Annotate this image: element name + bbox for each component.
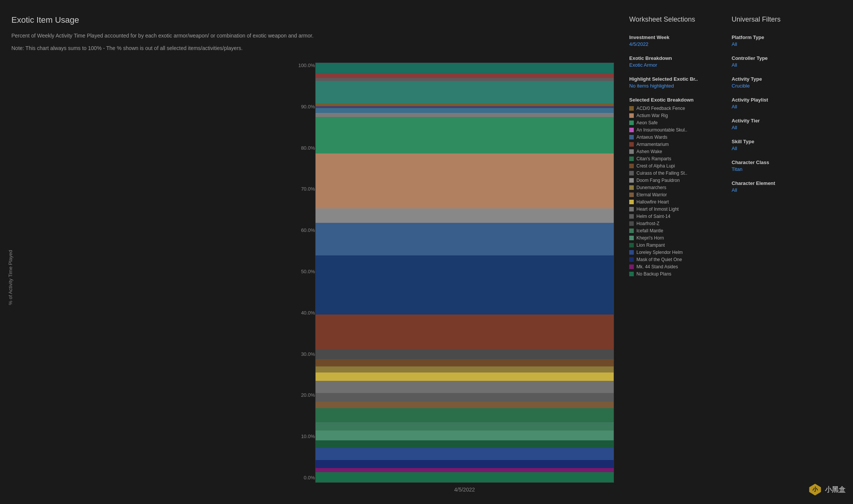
chart-container: % of Activity Time Played 100.0% 90.0% 8…: [11, 63, 614, 493]
legend-item-label: Dunemarchers: [636, 185, 666, 190]
filter-value: Crucible: [732, 83, 792, 89]
legend-item: Hoarfrost-Z: [629, 221, 716, 226]
watermark-text: 小黑盒: [825, 485, 845, 494]
y-axis-label: % of Activity Time Played: [8, 63, 16, 493]
legend-item-label: Loreley Splendor Helm: [636, 250, 683, 255]
filter-group: Activity PlaylistAll: [732, 97, 792, 110]
bar-segment: [316, 359, 614, 366]
filter-label: Platform Type: [732, 34, 792, 40]
chart-note: Note: This chart always sums to 100% - T…: [11, 45, 353, 51]
legend-item-label: Doom Fang Pauldron: [636, 178, 680, 183]
y-tick: 40.0%: [301, 310, 315, 316]
svg-text:小: 小: [812, 486, 818, 492]
legend-item-label: Hallowfire Heart: [636, 199, 669, 205]
bar-segment: [316, 472, 614, 482]
legend-item: ACD/0 Feedback Fence: [629, 106, 716, 111]
filter-group: Activity TypeCrucible: [732, 76, 792, 89]
legend-item-label: Mask of the Quiet One: [636, 257, 682, 262]
legend-item: Armamentarium: [629, 142, 716, 147]
bar-segment: [316, 73, 614, 78]
filter-value: All: [732, 104, 792, 110]
legend-item: Ashen Wake: [629, 149, 716, 154]
filter-label: Activity Tier: [732, 118, 792, 124]
filter-label: Activity Type: [732, 76, 792, 82]
stacked-bar: [315, 63, 614, 483]
legend-item-label: Actium War Rig: [636, 113, 668, 118]
legend-color-swatch: [629, 236, 634, 240]
legend-color-swatch: [629, 135, 634, 139]
exotic-breakdown-label: Exotic Breakdown: [629, 55, 716, 61]
legend-color-swatch: [629, 200, 634, 204]
legend-color-swatch: [629, 142, 634, 147]
legend-color-swatch: [629, 157, 634, 161]
highlight-exotic-group: Highlight Selected Exotic Br.. No items …: [629, 76, 716, 89]
legend-color-swatch: [629, 243, 634, 247]
legend-item-label: Khepri's Horn: [636, 235, 664, 241]
legend-item: Helm of Saint-14: [629, 214, 716, 219]
legend-color-swatch: [629, 121, 634, 125]
legend-item: Aeon Safe: [629, 120, 716, 125]
y-tick: 90.0%: [301, 104, 315, 110]
y-tick: 100.0%: [298, 63, 315, 68]
main-layout: Exotic Item Usage Percent of Weekly Acti…: [0, 0, 853, 504]
legend-item-label: ACD/0 Feedback Fence: [636, 106, 685, 111]
legend-item-label: Eternal Warrior: [636, 192, 667, 197]
legend-color-swatch: [629, 128, 634, 132]
legend-color-swatch: [629, 221, 634, 226]
y-tick: 0.0%: [304, 475, 315, 481]
worksheet-selections: Worksheet Selections Investment Week 4/5…: [622, 15, 724, 493]
filter-label: Controller Type: [732, 55, 792, 61]
worksheet-title: Worksheet Selections: [629, 15, 716, 24]
bar-segment: [316, 402, 614, 408]
legend-item: Eternal Warrior: [629, 192, 716, 197]
legend-item-label: Hoarfrost-Z: [636, 221, 660, 226]
legend-item: Icefall Mantle: [629, 228, 716, 233]
bar-segment: [316, 63, 614, 73]
legend-item: Hallowfire Heart: [629, 199, 716, 205]
legend-color-swatch: [629, 257, 634, 262]
legend-item-label: An Insurmountable Skul..: [636, 127, 687, 133]
legend-color-swatch: [629, 164, 634, 168]
legend-item: No Backup Plans: [629, 271, 716, 277]
legend-item: Khepri's Horn: [629, 235, 716, 241]
bar-segment: [316, 108, 614, 113]
watermark: 小 小黑盒: [808, 483, 845, 496]
legend-item: Mask of the Quiet One: [629, 257, 716, 262]
investment-week-value: 4/5/2022: [629, 41, 716, 47]
legend-color-swatch: [629, 149, 634, 154]
filter-group: Platform TypeAll: [732, 34, 792, 47]
filter-value: Titan: [732, 166, 792, 172]
legend-item-label: Ashen Wake: [636, 149, 662, 154]
filter-label: Character Class: [732, 160, 792, 165]
bar-segment: [316, 255, 614, 315]
bar-segment: [316, 440, 614, 448]
legend-item: Mk. 44 Stand Asides: [629, 264, 716, 269]
bar-segment: [316, 468, 614, 472]
bar-segment: [316, 408, 614, 423]
legend-item-label: Aeon Safe: [636, 120, 658, 125]
bar-segment: [316, 373, 614, 380]
bar-segment: [316, 208, 614, 223]
y-tick: 30.0%: [301, 351, 315, 357]
bar-segment: [316, 315, 614, 349]
right-panel: Worksheet Selections Investment Week 4/5…: [622, 15, 842, 493]
legend-color-swatch: [629, 265, 634, 269]
legend-item-label: Armamentarium: [636, 142, 669, 147]
filter-value: All: [732, 146, 792, 151]
y-tick: 80.0%: [301, 145, 315, 151]
legend-color-swatch: [629, 250, 634, 255]
filter-value: All: [732, 41, 792, 47]
legend-section: Selected Exotic Breakdown ACD/0 Feedback…: [629, 97, 716, 277]
filter-group: Character ElementAll: [732, 180, 792, 193]
y-axis-ticks: 100.0% 90.0% 80.0% 70.0% 60.0% 50.0% 40.…: [16, 63, 315, 493]
bar-segment: [316, 366, 614, 373]
legend-item: Loreley Splendor Helm: [629, 250, 716, 255]
legend-item: Antaeus Wards: [629, 135, 716, 140]
legend-color-swatch: [629, 106, 634, 111]
bar-segment: [316, 349, 614, 359]
legend-color-swatch: [629, 178, 634, 183]
universal-filters: Universal Filters Platform TypeAllContro…: [724, 15, 800, 493]
filter-value: All: [732, 187, 792, 193]
legend-item-label: Antaeus Wards: [636, 135, 668, 140]
bar-and-x: 4/5/2022: [315, 63, 614, 493]
